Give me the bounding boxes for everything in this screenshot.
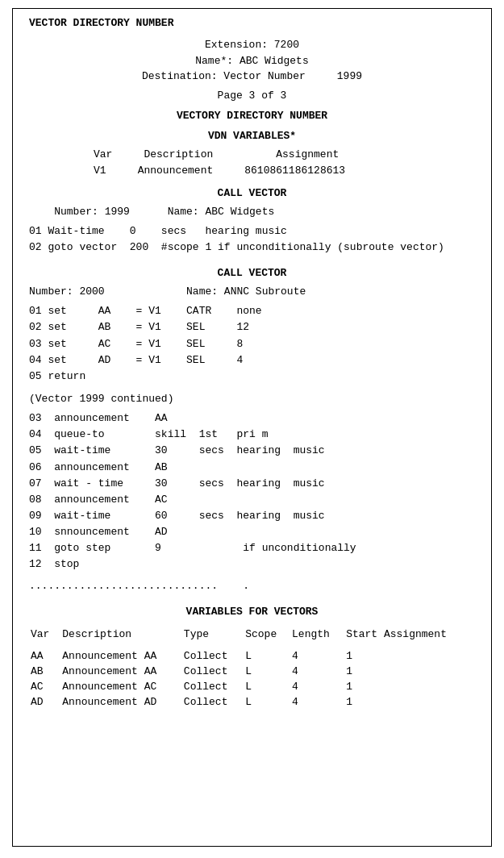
extension-label: Extension: <box>205 39 268 51</box>
vars-cell-start_assignment-1: 1 <box>346 664 473 678</box>
vars-cell-scope-2: L <box>245 680 290 693</box>
cv1-lines: 01 Wait-time 0 secs hearing music 02 got… <box>29 223 475 256</box>
dots-text: .............................. . <box>29 578 475 594</box>
vars-cell-description-0: Announcement AA <box>62 649 182 663</box>
vars-cell-var-3: AD <box>31 695 60 709</box>
var-header: Var <box>31 627 60 641</box>
cv2-lines: 01 set AA = V1 CATR none02 set AB = V1 S… <box>29 303 475 385</box>
length-header: Length <box>292 627 344 641</box>
cv3-line-3: 05 wait-time 30 secs hearing music <box>29 443 475 459</box>
vdn-vars-row: V1 Announcement 8610861186128613 <box>94 163 475 179</box>
destination-value: 1999 <box>337 70 362 82</box>
variables-for-vectors-title: VARIABLES FOR VECTORS <box>29 606 475 618</box>
vars-cell-scope-1: L <box>245 664 290 678</box>
page-title: VECTOR DIRECTORY NUMBER <box>29 17 475 29</box>
vars-cell-description-1: Announcement AA <box>62 664 182 678</box>
cv2-header: Number: 2000 Name: ANNC Subroute <box>29 284 475 300</box>
table-row: ABAnnouncement AACollectL41 <box>31 664 473 678</box>
vars-header-spacer <box>31 643 473 648</box>
vars-cell-type-0: Collect <box>184 649 244 663</box>
table-row: ACAnnouncement ACCollectL41 <box>31 680 473 693</box>
cv3-line-6: 08 announcement AC <box>29 492 475 508</box>
cv1-line01: 01 Wait-time 0 secs hearing music <box>29 223 475 239</box>
vars-cell-var-1: AB <box>31 664 60 678</box>
vars-cell-var-2: AC <box>31 680 60 693</box>
page-container: VECTOR DIRECTORY NUMBER Extension: 7200 … <box>12 8 492 847</box>
variables-table: Var Description Type Scope Length Start … <box>29 626 475 710</box>
cv2-line-4: 04 set AD = V1 SEL 4 <box>29 352 475 369</box>
table-row: AAAnnouncement AACollectL41 <box>31 649 473 663</box>
cv1-number-name: Number: 1999 Name: ABC Widgets <box>29 204 475 220</box>
vars-cell-start_assignment-3: 1 <box>346 695 473 709</box>
vars-cell-type-2: Collect <box>184 680 244 693</box>
cv1-line02: 02 goto vector 200 #scope 1 if unconditi… <box>29 239 475 256</box>
continued-text: (Vector 1999 continued) <box>29 391 475 407</box>
vars-cell-var-0: AA <box>31 649 60 663</box>
cv3-line-8: 10 snnouncement AD <box>29 524 475 540</box>
vars-cell-start_assignment-2: 1 <box>346 680 473 693</box>
vdn-variables-title: VDN VARIABLES* <box>29 130 475 142</box>
vars-cell-length-1: 4 <box>292 664 344 678</box>
cv2-line-2: 02 set AB = V1 SEL 12 <box>29 319 475 335</box>
cv3-line-10: 12 stop <box>29 556 475 573</box>
cv2-line-1: 01 set AA = V1 CATR none <box>29 303 475 319</box>
vars-cell-description-2: Announcement AC <box>62 680 182 693</box>
header-info: Extension: 7200 Name*: ABC Widgets Desti… <box>29 37 475 85</box>
vdn-vars-header: Var Description Assignment <box>94 147 475 163</box>
call-vector2-title: CALL VECTOR <box>29 267 475 279</box>
continued-label: (Vector 1999 continued) <box>29 391 475 407</box>
destination-label: Destination: Vector Number <box>142 70 306 82</box>
vars-cell-length-0: 4 <box>292 649 344 663</box>
cv1-header: Number: 1999 Name: ABC Widgets <box>29 204 475 220</box>
cv3-line-5: 07 wait - time 30 secs hearing music <box>29 476 475 492</box>
vars-cell-description-3: Announcement AD <box>62 695 182 709</box>
table-row: ADAnnouncement ADCollectL41 <box>31 695 473 709</box>
cv3-line-1: 03 announcement AA <box>29 410 475 427</box>
vars-table-header-row: Var Description Type Scope Length Start … <box>31 627 473 641</box>
start-assignment-header: Start Assignment <box>346 627 473 641</box>
type-header: Type <box>184 627 244 641</box>
cv3-line-9: 11 goto step 9 if unconditionally <box>29 540 475 556</box>
vars-cell-length-2: 4 <box>292 680 344 693</box>
cv2-number-name: Number: 2000 Name: ANNC Subroute <box>29 284 475 300</box>
vars-cell-scope-3: L <box>245 695 290 709</box>
cv3-lines: 03 announcement AA04 queue-to skill 1st … <box>29 410 475 573</box>
section1-title: VECTORY DIRECTORY NUMBER <box>29 110 475 122</box>
vars-cell-type-3: Collect <box>184 695 244 709</box>
name-label: Name*: <box>195 55 233 67</box>
name-value: ABC Widgets <box>240 55 309 67</box>
cv3-line-7: 09 wait-time 60 secs hearing music <box>29 508 475 524</box>
page-number: Page 3 of 3 <box>29 90 475 102</box>
vdn-variables-block: Var Description Assignment V1 Announceme… <box>94 147 475 179</box>
scope-header: Scope <box>245 627 290 641</box>
extension-value: 7200 <box>274 39 299 51</box>
vars-cell-length-3: 4 <box>292 695 344 709</box>
description-header: Description <box>62 627 182 641</box>
cv3-line-4: 06 announcement AB <box>29 460 475 476</box>
variables-table-container: Var Description Type Scope Length Start … <box>29 626 475 710</box>
cv2-line-3: 03 set AC = V1 SEL 8 <box>29 336 475 352</box>
cv3-line-2: 04 queue-to skill 1st pri m <box>29 427 475 443</box>
vars-cell-scope-0: L <box>245 649 290 663</box>
vars-table-body: AAAnnouncement AACollectL41ABAnnouncemen… <box>31 649 473 709</box>
vars-cell-type-1: Collect <box>184 664 244 678</box>
vars-cell-start_assignment-0: 1 <box>346 649 473 663</box>
dots-line: .............................. . <box>29 578 475 594</box>
cv2-line-5: 05 return <box>29 369 475 385</box>
call-vector1-title: CALL VECTOR <box>29 187 475 199</box>
